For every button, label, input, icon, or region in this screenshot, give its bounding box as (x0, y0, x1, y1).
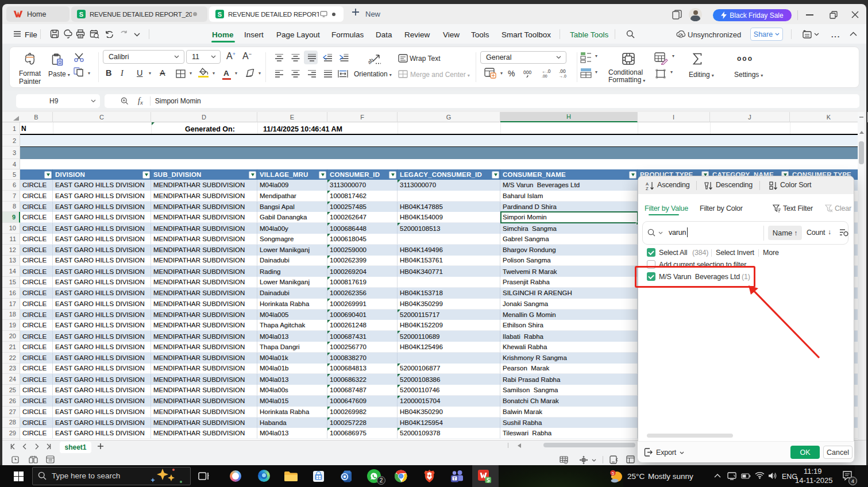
svg-text:←.0: ←.0 (542, 68, 551, 74)
svg-text:.00: .00 (559, 68, 566, 74)
svg-text:Z: Z (646, 186, 649, 190)
svg-text:T: T (453, 477, 456, 481)
svg-text:5: 5 (612, 471, 615, 476)
svg-text:.00: .00 (542, 74, 547, 78)
svg-text:→.0: →.0 (559, 74, 566, 78)
svg-text:000: 000 (523, 69, 531, 75)
